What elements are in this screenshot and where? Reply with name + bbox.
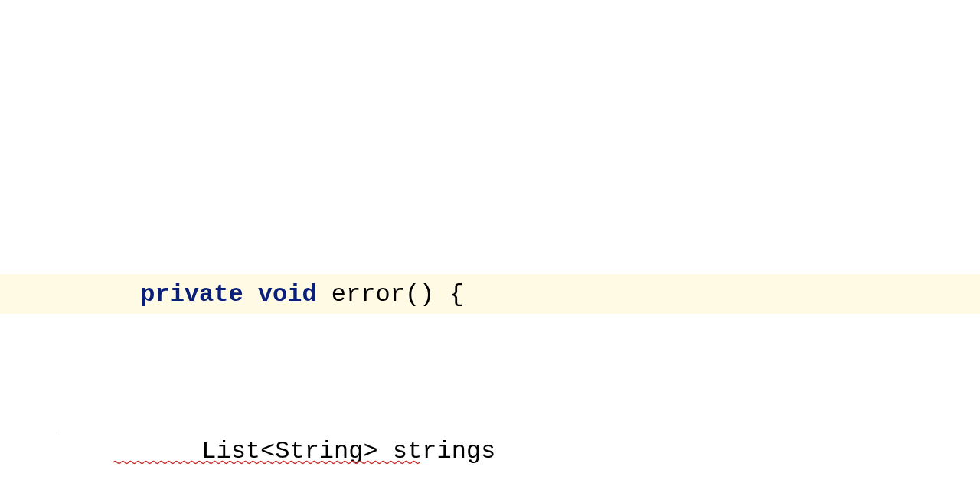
code-line[interactable]: List<String> strings	[0, 432, 980, 472]
keyword-void: void	[258, 280, 317, 308]
variable-declaration: List<String> strings	[201, 437, 495, 465]
code-editor[interactable]: private void error() { List<String> stri…	[0, 157, 980, 496]
method-signature: error() {	[317, 280, 464, 308]
keyword-private: private	[140, 280, 243, 308]
code-line[interactable]: private void error() {	[0, 274, 980, 314]
